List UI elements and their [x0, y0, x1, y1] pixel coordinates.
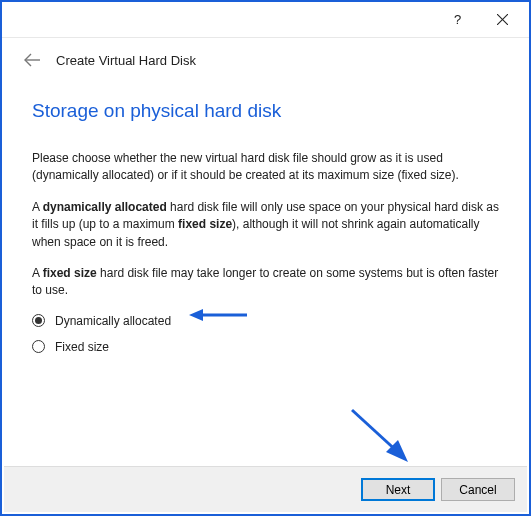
description-paragraph-2: A dynamically allocated hard disk file w…	[32, 199, 499, 251]
cancel-button[interactable]: Cancel	[441, 478, 515, 501]
back-arrow-icon[interactable]	[22, 50, 42, 70]
description-paragraph-1: Please choose whether the new virtual ha…	[32, 150, 499, 185]
close-button[interactable]	[480, 5, 525, 35]
titlebar: ?	[2, 2, 529, 38]
radio-option-fixed[interactable]: Fixed size	[32, 340, 499, 354]
radio-label: Fixed size	[55, 340, 109, 354]
radio-icon	[32, 340, 45, 353]
wizard-footer: Next Cancel	[4, 466, 527, 512]
text-fragment: A	[32, 200, 43, 214]
text-bold: fixed size	[43, 266, 97, 280]
wizard-header: Create Virtual Hard Disk	[2, 38, 529, 76]
wizard-title: Create Virtual Hard Disk	[56, 53, 196, 68]
text-bold: dynamically allocated	[43, 200, 167, 214]
svg-line-5	[352, 410, 400, 454]
description-paragraph-3: A fixed size hard disk file may take lon…	[32, 265, 499, 300]
text-fragment: hard disk file may take longer to create…	[32, 266, 498, 297]
storage-type-radio-group: Dynamically allocated Fixed size	[32, 314, 499, 354]
content-area: Storage on physical hard disk Please cho…	[2, 76, 529, 354]
text-fragment: A	[32, 266, 43, 280]
radio-option-dynamic[interactable]: Dynamically allocated	[32, 314, 499, 328]
radio-label: Dynamically allocated	[55, 314, 171, 328]
svg-marker-6	[386, 440, 408, 462]
help-button[interactable]: ?	[435, 5, 480, 35]
next-button[interactable]: Next	[361, 478, 435, 501]
close-icon	[497, 14, 508, 25]
annotation-arrow-next	[342, 402, 422, 472]
radio-icon	[32, 314, 45, 327]
page-heading: Storage on physical hard disk	[32, 100, 499, 122]
text-bold: fixed size	[178, 217, 232, 231]
